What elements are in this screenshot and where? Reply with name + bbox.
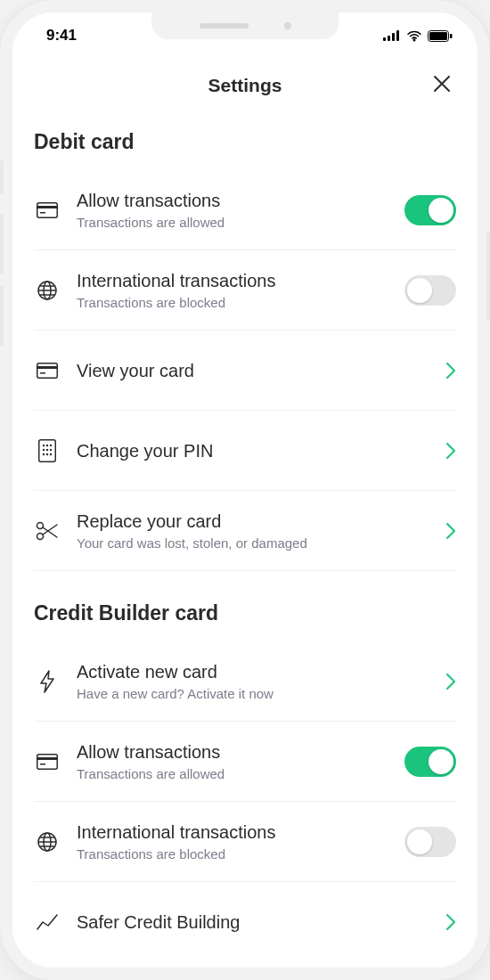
svg-rect-3 bbox=[396, 30, 399, 41]
svg-rect-1 bbox=[388, 36, 390, 41]
svg-point-20 bbox=[46, 448, 48, 450]
phone-frame: 9:41 Settings bbox=[0, 0, 490, 980]
keypad-icon bbox=[34, 439, 61, 462]
globe-icon bbox=[34, 280, 61, 301]
svg-rect-5 bbox=[429, 32, 447, 40]
screen: 9:41 Settings bbox=[12, 12, 478, 968]
battery-icon bbox=[428, 30, 453, 42]
toggle-credit-international[interactable] bbox=[404, 827, 456, 857]
toggle-credit-allow[interactable] bbox=[404, 747, 456, 777]
row-title: Allow transactions bbox=[77, 189, 394, 212]
row-debit-replace-card[interactable]: Replace your card Your card was lost, st… bbox=[34, 491, 456, 571]
chevron-right-icon bbox=[445, 442, 456, 460]
row-title: View your card bbox=[77, 359, 435, 382]
svg-rect-12 bbox=[37, 363, 58, 378]
chevron-right-icon bbox=[445, 522, 456, 540]
svg-rect-13 bbox=[37, 366, 58, 369]
row-credit-international[interactable]: International transactions Transactions … bbox=[34, 802, 456, 882]
svg-rect-2 bbox=[392, 33, 395, 41]
bolt-icon bbox=[34, 670, 61, 693]
svg-rect-27 bbox=[37, 754, 58, 769]
scissors-icon bbox=[34, 521, 61, 541]
toggle-debit-allow[interactable] bbox=[404, 195, 456, 225]
svg-point-16 bbox=[43, 444, 45, 445]
chevron-right-icon bbox=[445, 673, 456, 690]
svg-rect-7 bbox=[37, 202, 58, 217]
chart-icon bbox=[34, 913, 61, 931]
svg-rect-14 bbox=[40, 372, 45, 374]
row-title: Safer Credit Building bbox=[77, 911, 435, 934]
svg-rect-9 bbox=[40, 212, 45, 214]
toggle-debit-international[interactable] bbox=[404, 275, 456, 306]
row-subtitle: Transactions are allowed bbox=[77, 765, 394, 783]
svg-rect-28 bbox=[37, 757, 58, 760]
section-title-debit: Debit card bbox=[34, 130, 456, 154]
svg-point-21 bbox=[50, 448, 52, 450]
row-debit-allow-transactions[interactable]: Allow transactions Transactions are allo… bbox=[34, 170, 456, 250]
section-title-credit: Credit Builder card bbox=[34, 601, 456, 625]
device-notch bbox=[151, 12, 339, 39]
chevron-right-icon bbox=[445, 913, 456, 931]
close-button[interactable] bbox=[429, 73, 454, 98]
row-credit-safer-building[interactable]: Safer Credit Building bbox=[34, 882, 456, 962]
row-subtitle: Have a new card? Activate it now bbox=[77, 685, 435, 703]
svg-point-17 bbox=[46, 444, 48, 445]
side-switch bbox=[0, 160, 4, 194]
volume-up bbox=[0, 214, 4, 274]
card-icon bbox=[34, 754, 61, 770]
svg-point-23 bbox=[46, 453, 48, 454]
cellular-icon bbox=[383, 30, 401, 41]
row-subtitle: Transactions are blocked bbox=[77, 294, 394, 312]
svg-rect-8 bbox=[37, 206, 58, 208]
row-debit-change-pin[interactable]: Change your PIN bbox=[34, 411, 456, 491]
power-button bbox=[486, 232, 490, 321]
globe-icon bbox=[34, 831, 61, 853]
status-icons bbox=[383, 30, 453, 42]
page-title: Settings bbox=[208, 75, 282, 96]
volume-down bbox=[0, 285, 4, 346]
svg-point-19 bbox=[43, 448, 45, 450]
row-credit-allow-transactions[interactable]: Allow transactions Transactions are allo… bbox=[34, 722, 456, 802]
wifi-icon bbox=[406, 30, 422, 42]
status-time: 9:41 bbox=[46, 27, 77, 45]
row-subtitle: Transactions are blocked bbox=[77, 845, 394, 863]
row-title: International transactions bbox=[77, 269, 394, 292]
row-title: Activate new card bbox=[77, 660, 435, 683]
svg-point-18 bbox=[50, 444, 52, 445]
svg-rect-0 bbox=[383, 37, 386, 41]
row-title: International transactions bbox=[77, 821, 394, 844]
svg-rect-29 bbox=[40, 764, 45, 765]
row-subtitle: Your card was lost, stolen, or damaged bbox=[77, 535, 435, 552]
row-subtitle: Transactions are allowed bbox=[77, 214, 394, 232]
svg-point-24 bbox=[50, 453, 52, 454]
row-title: Allow transactions bbox=[77, 740, 394, 764]
svg-rect-6 bbox=[450, 34, 453, 38]
row-debit-view-card[interactable]: View your card bbox=[34, 331, 456, 411]
row-credit-activate[interactable]: Activate new card Have a new card? Activ… bbox=[34, 641, 456, 722]
nav-header: Settings bbox=[12, 59, 478, 112]
card-icon bbox=[34, 202, 61, 218]
row-title: Replace your card bbox=[77, 510, 435, 533]
close-icon bbox=[432, 74, 452, 97]
card-icon bbox=[34, 363, 61, 379]
row-debit-international[interactable]: International transactions Transactions … bbox=[34, 250, 456, 331]
chevron-right-icon bbox=[445, 362, 456, 380]
row-title: Change your PIN bbox=[77, 439, 435, 462]
svg-point-22 bbox=[43, 453, 45, 454]
content: Debit card Allow transactions Transactio… bbox=[12, 112, 478, 968]
